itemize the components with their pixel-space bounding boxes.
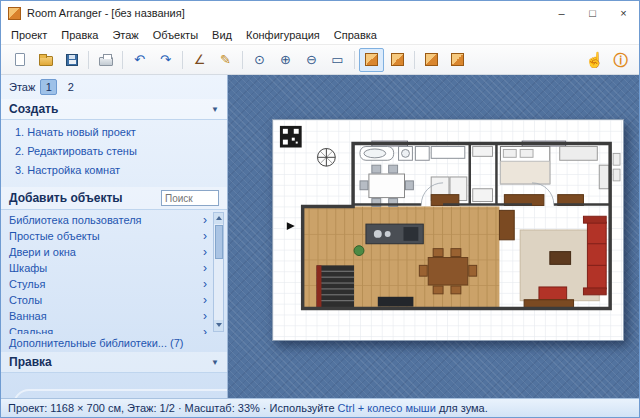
menu-help[interactable]: Справка: [327, 27, 384, 43]
draw-button[interactable]: ✎: [213, 48, 238, 72]
edit-section-title: Правка: [9, 355, 52, 369]
collapse-arrow-icon: ▼: [211, 105, 219, 114]
chevron-right-icon: ›: [203, 293, 207, 307]
floor-tab-2[interactable]: 2: [62, 79, 79, 95]
edit-walls-link[interactable]: 2. Редактировать стены: [1, 143, 227, 162]
zoom-window-button[interactable]: ⊙: [247, 48, 272, 72]
category-bathroom[interactable]: Ванная ›: [1, 308, 227, 324]
measure-button[interactable]: ∠: [187, 48, 212, 72]
status-bar: Проект: 1168 × 700 см, Этаж: 1/2 · Масшт…: [1, 398, 639, 417]
object-search-input[interactable]: [161, 190, 219, 206]
scrollbar-track[interactable]: [214, 224, 223, 320]
category-cabinets[interactable]: Шкафы ›: [1, 260, 227, 276]
category-tables[interactable]: Столы ›: [1, 292, 227, 308]
cube-3d-icon: [365, 53, 378, 66]
chevron-right-icon: ›: [203, 229, 207, 243]
new-document-icon: [15, 53, 25, 66]
ruler-icon: ∠: [194, 53, 206, 66]
menu-floor[interactable]: Этаж: [105, 27, 145, 43]
category-user-library[interactable]: Библиотека пользователя ›: [1, 212, 227, 228]
pointer-mode-button[interactable]: ☝: [582, 48, 607, 72]
category-simple-objects[interactable]: Простые объекты ›: [1, 228, 227, 244]
chevron-right-icon: ›: [203, 245, 207, 259]
toolbar-separator: [182, 51, 183, 69]
zoom-out-button[interactable]: ⊖: [299, 48, 324, 72]
collapse-arrow-icon: ▼: [211, 358, 219, 367]
create-section-header[interactable]: Создать ▼: [1, 99, 227, 120]
zoom-all-button[interactable]: ▭: [325, 48, 350, 72]
cube-3d-icon: [425, 53, 438, 66]
create-section-title: Создать: [9, 102, 58, 116]
menu-project[interactable]: Проект: [4, 27, 54, 43]
object-category-list: Библиотека пользователя › Простые объект…: [1, 210, 227, 334]
toolbar: ↶ ↷ ∠ ✎ ⊙ ⊕ ⊖ ▭ ☝ ⓘ: [1, 45, 639, 75]
print-button[interactable]: [93, 48, 118, 72]
content-area: Этаж 1 2 Создать ▼ 1. Начать новый проек…: [1, 75, 639, 398]
floor-plan-sheet[interactable]: [272, 119, 624, 341]
decorative-outline: [13, 389, 227, 398]
pencil-icon: ✎: [220, 53, 231, 66]
status-text: Проект: 1168 × 700 см, Этаж: 1/2 · Масшт…: [8, 402, 338, 414]
chevron-right-icon: ›: [203, 261, 207, 275]
minimize-button[interactable]: –: [546, 1, 577, 25]
cube-3d-icon: [451, 53, 464, 66]
tv-unit: [378, 297, 414, 307]
info-button[interactable]: ⓘ: [608, 48, 633, 72]
export-3d-button[interactable]: [445, 48, 470, 72]
zoom-in-icon: ⊕: [280, 53, 291, 66]
new-button[interactable]: [7, 48, 32, 72]
open-button[interactable]: [33, 48, 58, 72]
category-bedroom[interactable]: Спальня ›: [1, 324, 227, 334]
chevron-right-icon: ›: [203, 325, 207, 334]
plan-canvas[interactable]: [228, 75, 639, 398]
more-libraries-link[interactable]: Дополнительные библиотеки... (7): [1, 334, 227, 352]
show-3d-box-button[interactable]: [385, 48, 410, 72]
stairs: [317, 265, 355, 307]
category-doors-windows[interactable]: Двери и окна ›: [1, 244, 227, 260]
category-scrollbar[interactable]: [213, 212, 224, 332]
close-button[interactable]: ×: [608, 1, 639, 25]
cube-3d-icon: [391, 53, 404, 66]
window-controls: – □ ×: [546, 1, 639, 25]
sidebar: Этаж 1 2 Создать ▼ 1. Начать новый проек…: [1, 75, 228, 398]
printer-icon: [99, 57, 113, 66]
redo-button[interactable]: ↷: [153, 48, 178, 72]
edit-panel: [1, 373, 227, 398]
add-objects-title: Добавить объекты: [9, 191, 123, 205]
undo-icon: ↶: [134, 53, 145, 66]
toolbar-separator: [122, 51, 123, 69]
menu-configuration[interactable]: Конфигурация: [239, 27, 327, 43]
floor-label: Этаж: [9, 81, 35, 93]
kitchen-island: [366, 224, 423, 244]
toolbar-separator: [88, 51, 89, 69]
toolbar-separator: [242, 51, 243, 69]
menu-view[interactable]: Вид: [205, 27, 239, 43]
room-setup-link[interactable]: 3. Настройка комнат: [1, 162, 227, 181]
toolbar-separator: [414, 51, 415, 69]
menu-objects[interactable]: Объекты: [146, 27, 205, 43]
view-3d-button[interactable]: [359, 48, 384, 72]
menu-edit[interactable]: Правка: [54, 27, 105, 43]
walk-3d-button[interactable]: [419, 48, 444, 72]
app-window: Room Arranger - [без названия] – □ × Про…: [0, 0, 640, 418]
chevron-right-icon: ›: [203, 213, 207, 227]
floor-tab-1[interactable]: 1: [40, 79, 57, 95]
category-chairs[interactable]: Стулья ›: [1, 276, 227, 292]
save-button[interactable]: [59, 48, 84, 72]
edit-section-header[interactable]: Правка ▼: [1, 352, 227, 373]
floor-selector: Этаж 1 2: [1, 75, 227, 99]
bathroom-fixtures: [360, 147, 465, 161]
zoom-in-button[interactable]: ⊕: [273, 48, 298, 72]
magnifier-icon: ⊙: [254, 53, 265, 66]
title-bar: Room Arranger - [без названия] – □ ×: [1, 1, 639, 25]
status-text-tail: для зума.: [436, 402, 488, 414]
info-icon: ⓘ: [614, 53, 628, 67]
chevron-right-icon: ›: [203, 277, 207, 291]
scrollbar-thumb[interactable]: [215, 225, 223, 259]
start-new-project-link[interactable]: 1. Начать новый проект: [1, 124, 227, 143]
undo-button[interactable]: ↶: [127, 48, 152, 72]
scroll-down-icon[interactable]: [214, 320, 223, 331]
zoom-extents-icon: ▭: [331, 53, 343, 66]
scroll-up-icon[interactable]: [214, 213, 223, 224]
maximize-button[interactable]: □: [577, 1, 608, 25]
